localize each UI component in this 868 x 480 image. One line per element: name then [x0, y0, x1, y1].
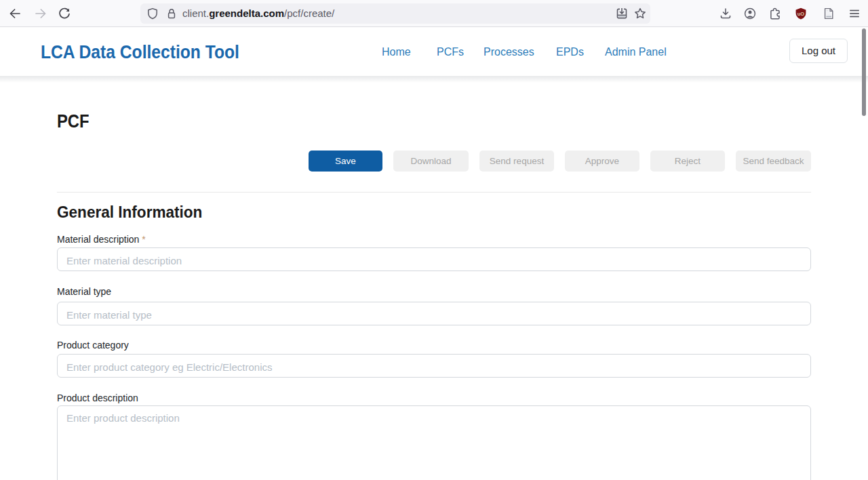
- svg-text:uO: uO: [797, 11, 805, 17]
